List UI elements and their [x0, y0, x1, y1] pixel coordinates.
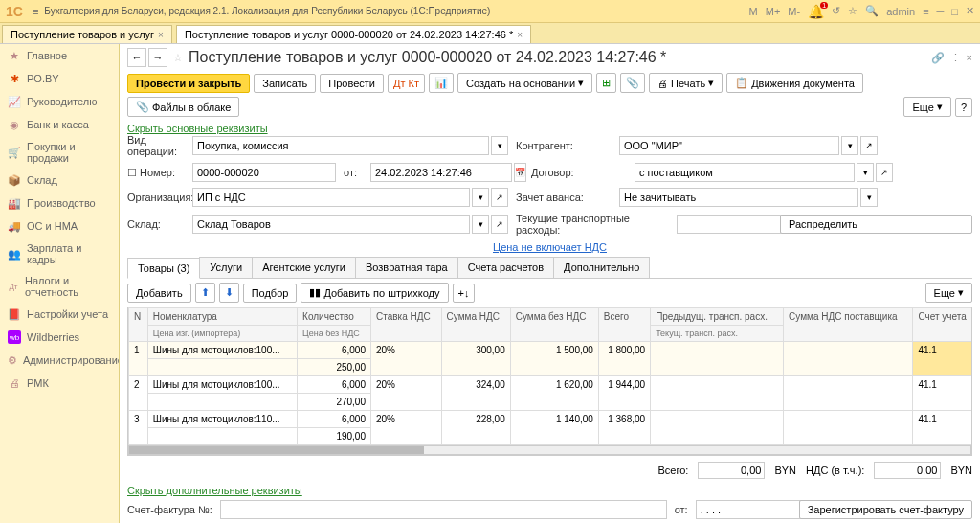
sidebar-item-production[interactable]: 🏭Производство — [0, 192, 119, 215]
open-icon[interactable]: ↗ — [860, 136, 878, 155]
m-button[interactable]: M — [749, 6, 758, 17]
dropdown-icon[interactable]: ▾ — [472, 215, 489, 234]
open-icon[interactable]: ↗ — [876, 163, 893, 182]
sidebar-item-admin[interactable]: ⚙Администрирование — [0, 349, 119, 372]
bell-icon[interactable]: 🔔1 — [808, 4, 824, 19]
subtab-tare[interactable]: Возвратная тара — [355, 257, 458, 278]
menu-icon[interactable]: ≡ — [33, 6, 38, 17]
subtab-extra[interactable]: Дополнительно — [553, 257, 650, 278]
settings-icon[interactable]: ≡ — [923, 6, 928, 17]
sidebar-item-poby[interactable]: ✱PO.BY — [0, 67, 119, 90]
minimize-icon[interactable]: ─ — [937, 6, 945, 17]
subtab-accounts[interactable]: Счета расчетов — [457, 257, 554, 278]
search-icon[interactable]: 🔍 — [865, 5, 879, 17]
date-field[interactable] — [370, 163, 512, 182]
history-icon[interactable]: ↺ — [832, 5, 840, 17]
sidebar-item-main[interactable]: ★Главное — [0, 44, 119, 67]
cloud-files-button[interactable]: 📎 Файлы в облаке — [127, 97, 239, 117]
barcode-button[interactable]: ▮▮ Добавить по штрихкоду — [301, 283, 448, 303]
star-icon: ★ — [8, 49, 21, 62]
sidebar-item-bank[interactable]: ◉Банк и касса — [0, 113, 119, 136]
dropdown-icon[interactable]: ▾ — [857, 163, 874, 182]
dropdown-icon[interactable]: ▾ — [841, 136, 858, 155]
sidebar-item-rmk[interactable]: 🖨РМК — [0, 372, 119, 395]
star-icon[interactable]: ☆ — [848, 5, 858, 17]
report-button[interactable]: 📊 — [429, 73, 454, 93]
forward-button[interactable]: → — [148, 48, 167, 67]
tax-icon: Дт — [8, 280, 19, 293]
op-field[interactable] — [192, 136, 489, 155]
org-field[interactable] — [192, 188, 470, 207]
dropdown-icon[interactable]: ▾ — [472, 188, 489, 207]
post-close-button[interactable]: Провести и закрыть — [127, 74, 250, 93]
open-icon[interactable]: ↗ — [491, 188, 508, 207]
total-field — [698, 462, 765, 479]
up-button[interactable]: ⬆ — [195, 283, 215, 303]
save-button[interactable]: Записать — [254, 74, 316, 93]
more-button[interactable]: Еще ▾ — [903, 97, 950, 117]
tab-close-icon[interactable]: × — [517, 30, 523, 40]
open-icon[interactable]: ↗ — [491, 215, 508, 234]
more-icon[interactable]: ⋮ — [950, 52, 961, 64]
sidebar-item-assets[interactable]: 🚚ОС и НМА — [0, 215, 119, 238]
cp-field[interactable] — [619, 136, 839, 155]
col-svat: Сумма НДС — [441, 308, 510, 342]
dog-field[interactable] — [635, 163, 855, 182]
table-row[interactable]: 2Шины для мотоциклов:100...6,00020%324,0… — [129, 376, 973, 394]
attach-button[interactable]: 📎 — [620, 73, 645, 93]
excel-button[interactable]: ⊞ — [596, 73, 616, 93]
table-row[interactable]: 1Шины для мотоциклов:100...6,00020%300,0… — [129, 342, 973, 359]
table-row[interactable]: 3Шины для мотоциклов:110...6,00020%228,0… — [129, 411, 973, 428]
sidebar-item-warehouse[interactable]: 📦Склад — [0, 169, 119, 192]
mminus-button[interactable]: M- — [788, 6, 800, 17]
titlebar: 1C ≡ Бухгалтерия для Беларуси, редакция … — [0, 0, 980, 23]
post-button[interactable]: Провести — [320, 74, 384, 93]
favorite-icon[interactable]: ☆ — [173, 52, 183, 64]
sidebar-item-wb[interactable]: wbWildberries — [0, 326, 119, 349]
wh-field[interactable] — [192, 215, 470, 234]
tab-close-icon[interactable]: × — [158, 30, 164, 40]
maximize-icon[interactable]: □ — [951, 6, 958, 17]
hide-main-link[interactable]: Скрыть основные реквизиты — [127, 123, 268, 134]
mplus-button[interactable]: M+ — [766, 6, 781, 17]
tab-list[interactable]: Поступление товаров и услуг× — [2, 25, 172, 43]
hide-extra-link[interactable]: Скрыть дополнительные реквизиты — [127, 485, 302, 496]
add-button[interactable]: Добавить — [127, 284, 191, 303]
distribute-button[interactable]: Распределить — [780, 215, 972, 234]
sidebar-item-tax[interactable]: ДтНалоги и отчетность — [0, 270, 119, 303]
fill-button[interactable]: +↓ — [453, 284, 476, 303]
movements-button[interactable]: 📋 Движения документа — [726, 73, 863, 93]
price-note-link[interactable]: Цена не включает НДС — [493, 241, 607, 253]
subtab-services[interactable]: Услуги — [199, 257, 253, 278]
h-scrollbar[interactable] — [128, 445, 971, 455]
sf-num-field[interactable] — [220, 500, 667, 519]
subtab-goods[interactable]: Товары (3) — [127, 258, 200, 279]
dropdown-icon[interactable]: ▾ — [491, 136, 508, 155]
reg-sf-button[interactable]: Зарегистрировать счет-фактуру — [799, 500, 972, 519]
help-button[interactable]: ? — [955, 98, 972, 117]
close-icon[interactable]: × — [967, 52, 972, 64]
create-based-button[interactable]: Создать на основании ▾ — [457, 73, 592, 93]
tab-document[interactable]: Поступление товаров и услуг 0000-000020 … — [176, 25, 531, 43]
pick-button[interactable]: Подбор — [243, 284, 298, 303]
sidebar-item-sales[interactable]: 🛒Покупки и продажи — [0, 136, 119, 169]
sidebar-item-label: Налоги и отчетность — [25, 275, 111, 298]
table-more-button[interactable]: Еще ▾ — [925, 283, 972, 303]
sidebar-item-settings[interactable]: 📕Настройки учета — [0, 303, 119, 326]
calendar-icon[interactable]: 📅 — [514, 163, 526, 182]
link-icon[interactable]: 🔗 — [931, 52, 945, 64]
sidebar-item-manager[interactable]: 📈Руководителю — [0, 90, 119, 113]
subtab-agent[interactable]: Агентские услуги — [252, 257, 356, 278]
num-field[interactable] — [192, 163, 336, 182]
dt-kt-button[interactable]: Дт Кт — [388, 74, 425, 93]
back-button[interactable]: ← — [127, 48, 146, 67]
down-button[interactable]: ⬇ — [219, 283, 239, 303]
sidebar-item-label: Покупки и продажи — [27, 141, 111, 164]
dropdown-icon[interactable]: ▾ — [860, 188, 878, 207]
print-button[interactable]: 🖨 Печать ▾ — [649, 73, 723, 93]
adv-field[interactable] — [619, 188, 858, 207]
user-label[interactable]: admin — [886, 6, 915, 17]
close-icon[interactable]: ✕ — [966, 5, 974, 17]
dog-label: Договор: — [531, 167, 627, 178]
sidebar-item-hr[interactable]: 👥Зарплата и кадры — [0, 238, 119, 270]
